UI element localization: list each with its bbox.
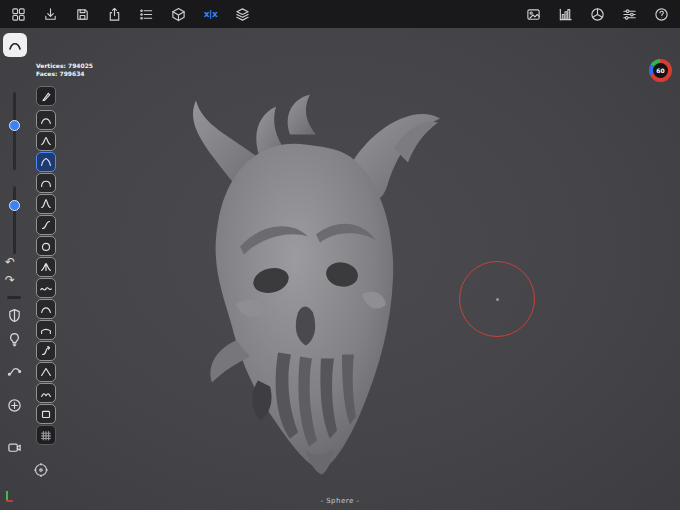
undo-button[interactable]: ↶ — [5, 256, 15, 268]
toolbar-left-group: x|x — [10, 6, 251, 23]
grid-snapshot-tool[interactable] — [36, 425, 56, 445]
brush-crease[interactable] — [36, 194, 56, 214]
smooth-curve-icon[interactable] — [5, 362, 23, 380]
brush-drag[interactable] — [36, 341, 56, 361]
brush-standard[interactable] — [36, 131, 56, 151]
top-toolbar: x|x — [0, 0, 680, 28]
material-sphere-icon[interactable] — [589, 6, 606, 23]
add-circle-icon[interactable] — [5, 396, 23, 414]
app-window: x|x — [0, 0, 680, 510]
brush-radius-slider[interactable] — [13, 92, 16, 170]
symmetry-icon[interactable]: x|x — [202, 6, 219, 23]
mesh-stats: Vertices: 794025 Faces: 799634 — [36, 62, 93, 78]
background-image-icon[interactable] — [525, 6, 542, 23]
brush-column — [36, 110, 56, 445]
brush-stamp[interactable] — [36, 404, 56, 424]
toolbar-right-group — [525, 6, 670, 23]
brush-move[interactable] — [36, 215, 56, 235]
brush-blob[interactable] — [36, 236, 56, 256]
brush-ridge[interactable] — [36, 383, 56, 403]
active-brush-tool[interactable] — [3, 33, 27, 57]
sculpted-model[interactable] — [140, 88, 480, 493]
mask-shield-icon[interactable] — [5, 306, 23, 324]
save-icon[interactable] — [74, 6, 91, 23]
object-name-label: - Sphere - — [0, 497, 680, 505]
brush-inflate[interactable] — [36, 173, 56, 193]
camera-icon[interactable] — [5, 438, 23, 456]
toolbar-divider — [7, 296, 21, 299]
fps-gauge[interactable]: 60 — [649, 59, 672, 82]
light-bulb-icon[interactable] — [5, 330, 23, 348]
brush-cursor-ring — [459, 261, 535, 337]
gizmo-tool[interactable] — [32, 461, 50, 479]
settings-sliders-icon[interactable] — [621, 6, 638, 23]
brush-build[interactable] — [36, 152, 56, 172]
brush-wave[interactable] — [36, 278, 56, 298]
scene-list-icon[interactable] — [138, 6, 155, 23]
export-share-icon[interactable] — [106, 6, 123, 23]
radius-slider-handle[interactable] — [9, 120, 20, 131]
brush-smooth[interactable] — [36, 299, 56, 319]
mesh-cube-icon[interactable] — [170, 6, 187, 23]
apps-grid-icon[interactable] — [10, 6, 27, 23]
import-icon[interactable] — [42, 6, 59, 23]
brush-flatten[interactable] — [36, 320, 56, 340]
brush-trim[interactable] — [36, 362, 56, 382]
faces-count: Faces: 799634 — [36, 70, 93, 78]
help-icon[interactable] — [653, 6, 670, 23]
layers-icon[interactable] — [234, 6, 251, 23]
redo-button[interactable]: ↷ — [5, 274, 15, 286]
viewport-canvas[interactable]: Vertices: 794025 Faces: 799634 60 - Sphe… — [0, 28, 680, 510]
symmetry-label: x|x — [204, 9, 217, 19]
fps-value: 60 — [656, 67, 664, 74]
brush-intensity-slider[interactable] — [13, 186, 16, 254]
stats-chart-icon[interactable] — [557, 6, 574, 23]
vertices-count: Vertices: 794025 — [36, 62, 93, 70]
brush-clay[interactable] — [36, 110, 56, 130]
brush-pinch[interactable] — [36, 257, 56, 277]
intensity-slider-handle[interactable] — [9, 200, 20, 211]
dropper-pen-tool[interactable] — [36, 86, 56, 106]
